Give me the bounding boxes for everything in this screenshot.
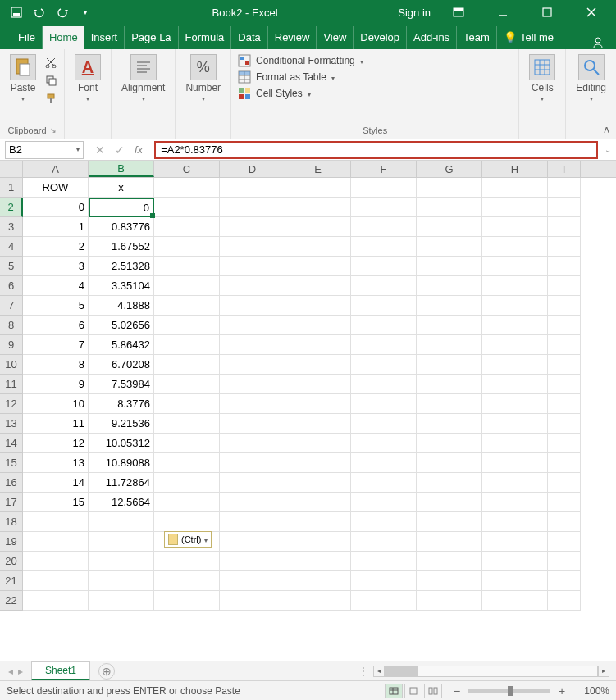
cell-C7[interactable]: [154, 296, 220, 316]
cell-F16[interactable]: [351, 473, 417, 493]
cell-D2[interactable]: [220, 198, 285, 217]
cell-D9[interactable]: [220, 335, 285, 355]
cell-D18[interactable]: [220, 512, 285, 532]
normal-view-button[interactable]: [385, 684, 403, 698]
cell-I16[interactable]: [548, 473, 581, 493]
cell-B17[interactable]: 12.5664: [89, 493, 154, 512]
cell-A11[interactable]: 9: [23, 375, 89, 394]
cell-B7[interactable]: 4.1888: [89, 296, 154, 316]
cell-E16[interactable]: [285, 473, 351, 493]
cell-F19[interactable]: [351, 532, 417, 552]
cell-H12[interactable]: [482, 394, 548, 414]
cell-D13[interactable]: [220, 414, 285, 434]
cell-H9[interactable]: [482, 335, 548, 355]
row-header[interactable]: 21: [0, 571, 23, 591]
cell-B4[interactable]: 1.67552: [89, 237, 154, 257]
enter-formula-icon[interactable]: ✓: [115, 143, 125, 157]
cell-I5[interactable]: [548, 257, 581, 276]
tab-review[interactable]: Review: [268, 26, 317, 49]
cell-E8[interactable]: [285, 316, 351, 335]
redo-icon[interactable]: [56, 6, 69, 19]
cancel-formula-icon[interactable]: ✕: [95, 143, 105, 157]
cell-B15[interactable]: 10.89088: [89, 453, 154, 473]
cell-H20[interactable]: [482, 552, 548, 571]
cell-F22[interactable]: [351, 591, 417, 611]
cell-B5[interactable]: 2.51328: [89, 257, 154, 276]
zoom-slider[interactable]: [468, 689, 550, 693]
tell-me[interactable]: 💡 Tell me: [497, 26, 560, 49]
cell-C6[interactable]: [154, 276, 220, 296]
row-header[interactable]: 12: [0, 394, 23, 414]
cell-I15[interactable]: [548, 453, 581, 473]
cell-F8[interactable]: [351, 316, 417, 335]
cell-E1[interactable]: [285, 178, 351, 198]
format-painter-icon[interactable]: [44, 92, 57, 105]
cell-B8[interactable]: 5.02656: [89, 316, 154, 335]
cell-E9[interactable]: [285, 335, 351, 355]
cell-F18[interactable]: [351, 512, 417, 532]
cell-G13[interactable]: [417, 414, 482, 434]
cell-H19[interactable]: [482, 532, 548, 552]
cell-F7[interactable]: [351, 296, 417, 316]
page-layout-view-button[interactable]: [404, 684, 422, 698]
cell-I18[interactable]: [548, 512, 581, 532]
row-header[interactable]: 5: [0, 257, 23, 276]
cell-D15[interactable]: [220, 453, 285, 473]
cell-F21[interactable]: [351, 571, 417, 591]
row-header[interactable]: 22: [0, 591, 23, 611]
select-all-corner[interactable]: [0, 161, 23, 177]
cell-E10[interactable]: [285, 355, 351, 375]
scroll-left-icon[interactable]: ◂: [373, 666, 385, 677]
cell-E11[interactable]: [285, 375, 351, 394]
cell-H13[interactable]: [482, 414, 548, 434]
cell-G5[interactable]: [417, 257, 482, 276]
cell-I2[interactable]: [548, 198, 581, 217]
cell-I9[interactable]: [548, 335, 581, 355]
cell-B9[interactable]: 5.86432: [89, 335, 154, 355]
cell-I12[interactable]: [548, 394, 581, 414]
cell-I20[interactable]: [548, 552, 581, 571]
cell-D16[interactable]: [220, 473, 285, 493]
cell-I22[interactable]: [548, 591, 581, 611]
cell-G9[interactable]: [417, 335, 482, 355]
cell-H3[interactable]: [482, 217, 548, 237]
cell-F11[interactable]: [351, 375, 417, 394]
maximize-button[interactable]: [531, 0, 564, 25]
cell-F9[interactable]: [351, 335, 417, 355]
cell-A6[interactable]: 4: [23, 276, 89, 296]
paste-options-tag[interactable]: (Ctrl) ▾: [164, 531, 212, 548]
cell-F1[interactable]: [351, 178, 417, 198]
cell-F5[interactable]: [351, 257, 417, 276]
cell-A12[interactable]: 10: [23, 394, 89, 414]
cell-A7[interactable]: 5: [23, 296, 89, 316]
cell-G21[interactable]: [417, 571, 482, 591]
tab-insert[interactable]: Insert: [84, 26, 125, 49]
cell-H14[interactable]: [482, 434, 548, 453]
cell-I4[interactable]: [548, 237, 581, 257]
cell-A21[interactable]: [23, 571, 89, 591]
cell-I8[interactable]: [548, 316, 581, 335]
tab-develop[interactable]: Develop: [354, 26, 407, 49]
cell-styles-button[interactable]: Cell Styles ▾: [238, 87, 363, 100]
cell-D3[interactable]: [220, 217, 285, 237]
cell-I17[interactable]: [548, 493, 581, 512]
format-as-table-button[interactable]: Format as Table ▾: [238, 70, 363, 84]
cell-D4[interactable]: [220, 237, 285, 257]
cell-A18[interactable]: [23, 512, 89, 532]
cell-B6[interactable]: 3.35104: [89, 276, 154, 296]
cell-E13[interactable]: [285, 414, 351, 434]
cell-D14[interactable]: [220, 434, 285, 453]
cell-G7[interactable]: [417, 296, 482, 316]
row-header[interactable]: 13: [0, 414, 23, 434]
insert-function-icon[interactable]: fx: [135, 143, 143, 156]
cell-F12[interactable]: [351, 394, 417, 414]
cell-H7[interactable]: [482, 296, 548, 316]
cell-C8[interactable]: [154, 316, 220, 335]
zoom-percent[interactable]: 100%: [573, 685, 609, 697]
cell-B2[interactable]: 0: [89, 198, 154, 217]
cell-E18[interactable]: [285, 512, 351, 532]
cell-E12[interactable]: [285, 394, 351, 414]
cell-C11[interactable]: [154, 375, 220, 394]
page-break-view-button[interactable]: [424, 684, 442, 698]
cell-G11[interactable]: [417, 375, 482, 394]
